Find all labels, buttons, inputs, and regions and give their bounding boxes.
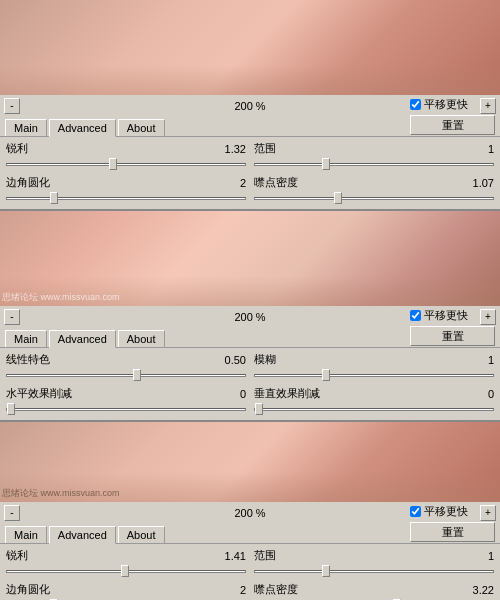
tab-main-1[interactable]: Main <box>5 119 47 136</box>
density-label-3: 噤点密度 <box>254 582 298 597</box>
range-label-1: 范围 <box>254 141 276 156</box>
h-reduce-value-2: 0 <box>240 388 246 400</box>
control-density-1: 噤点密度 1.07 <box>254 175 494 205</box>
smooth-pan-row-3: 平移更快 <box>410 504 495 519</box>
zoom-row-3: - 200 % + 平移更快 重置 <box>0 502 500 524</box>
tab-advanced-3[interactable]: Advanced <box>49 526 116 544</box>
control-sharpen-3: 锐利 1.41 <box>6 548 246 578</box>
control-range-3: 范围 1 <box>254 548 494 578</box>
linear-label-2: 线性特色 <box>6 352 50 367</box>
v-reduce-label-2: 垂直效果削减 <box>254 386 320 401</box>
watermark-2: 思绪论坛 www.missvuan.com <box>2 291 120 304</box>
sharpen-label-1: 锐利 <box>6 141 28 156</box>
controls-grid-1: 锐利 1.32 范围 1 边角圆化 2 <box>0 137 500 209</box>
sharpen-value-3: 1.41 <box>225 550 246 562</box>
section-2: 思绪论坛 www.missvuan.com - 200 % + 平移更快 重置 … <box>0 211 500 422</box>
corner-label-1: 边角圆化 <box>6 175 50 190</box>
tab-advanced-1[interactable]: Advanced <box>49 119 116 137</box>
sharpen-label-3: 锐利 <box>6 548 28 563</box>
smooth-pan-row-1: 平移更快 <box>410 97 495 112</box>
zoom-row-2: - 200 % + 平移更快 重置 <box>0 306 500 328</box>
corner-value-1: 2 <box>240 177 246 189</box>
range-label-3: 范围 <box>254 548 276 563</box>
control-blur-2: 模糊 1 <box>254 352 494 382</box>
panel-right-3: 平移更快 重置 <box>405 502 500 544</box>
control-range-1: 范围 1 <box>254 141 494 171</box>
h-reduce-slider-2[interactable] <box>6 402 246 416</box>
image-preview-2: 思绪论坛 www.missvuan.com <box>0 211 500 306</box>
tab-advanced-2[interactable]: Advanced <box>49 330 116 348</box>
panel-right-1: 平移更快 重置 <box>405 95 500 137</box>
range-value-1: 1 <box>488 143 494 155</box>
tab-about-1[interactable]: About <box>118 119 165 136</box>
control-corner-3: 边角圆化 2 <box>6 582 246 600</box>
control-corner-1: 边角圆化 2 <box>6 175 246 205</box>
corner-value-3: 2 <box>240 584 246 596</box>
reset-btn-2[interactable]: 重置 <box>410 326 495 346</box>
smooth-pan-label-2: 平移更快 <box>424 308 468 323</box>
range-slider-1[interactable] <box>254 157 494 171</box>
image-preview-3: 思绪论坛 www.missvuan.com <box>0 422 500 502</box>
watermark-3: 思绪论坛 www.missvuan.com <box>2 487 120 500</box>
zoom-out-btn-3[interactable]: - <box>4 505 20 521</box>
linear-slider-2[interactable] <box>6 368 246 382</box>
smooth-pan-row-2: 平移更快 <box>410 308 495 323</box>
blur-slider-2[interactable] <box>254 368 494 382</box>
density-value-3: 3.22 <box>473 584 494 596</box>
zoom-out-btn-2[interactable]: - <box>4 309 20 325</box>
image-preview-1 <box>0 0 500 95</box>
sharpen-value-1: 1.32 <box>225 143 246 155</box>
controls-grid-2: 线性特色 0.50 模糊 1 水平效果削减 0 <box>0 348 500 420</box>
reset-btn-1[interactable]: 重置 <box>410 115 495 135</box>
range-slider-3[interactable] <box>254 564 494 578</box>
tab-main-2[interactable]: Main <box>5 330 47 347</box>
tab-about-3[interactable]: About <box>118 526 165 543</box>
density-slider-1[interactable] <box>254 191 494 205</box>
h-reduce-label-2: 水平效果削减 <box>6 386 72 401</box>
control-v-reduce-2: 垂直效果削减 0 <box>254 386 494 416</box>
density-value-1: 1.07 <box>473 177 494 189</box>
section-1: - 200 % + 平移更快 重置 Main Advanced About 锐利… <box>0 0 500 211</box>
zoom-row-1: - 200 % + 平移更快 重置 <box>0 95 500 117</box>
tab-about-2[interactable]: About <box>118 330 165 347</box>
smooth-pan-label-1: 平移更快 <box>424 97 468 112</box>
v-reduce-slider-2[interactable] <box>254 402 494 416</box>
density-label-1: 噤点密度 <box>254 175 298 190</box>
corner-label-3: 边角圆化 <box>6 582 50 597</box>
v-reduce-value-2: 0 <box>488 388 494 400</box>
controls-grid-3: 锐利 1.41 范围 1 边角圆化 2 <box>0 544 500 600</box>
control-h-reduce-2: 水平效果削减 0 <box>6 386 246 416</box>
range-value-3: 1 <box>488 550 494 562</box>
blur-value-2: 1 <box>488 354 494 366</box>
tab-main-3[interactable]: Main <box>5 526 47 543</box>
corner-slider-1[interactable] <box>6 191 246 205</box>
control-density-3: 噤点密度 3.22 <box>254 582 494 600</box>
smooth-pan-checkbox-1[interactable] <box>410 99 421 110</box>
section-3: 思绪论坛 www.missvuan.com - 200 % + 平移更快 重置 … <box>0 422 500 600</box>
reset-btn-3[interactable]: 重置 <box>410 522 495 542</box>
panel-right-2: 平移更快 重置 <box>405 306 500 348</box>
zoom-out-btn-1[interactable]: - <box>4 98 20 114</box>
linear-value-2: 0.50 <box>225 354 246 366</box>
control-sharpen-1: 锐利 1.32 <box>6 141 246 171</box>
smooth-pan-checkbox-2[interactable] <box>410 310 421 321</box>
blur-label-2: 模糊 <box>254 352 276 367</box>
sharpen-slider-1[interactable] <box>6 157 246 171</box>
smooth-pan-label-3: 平移更快 <box>424 504 468 519</box>
smooth-pan-checkbox-3[interactable] <box>410 506 421 517</box>
control-linear-2: 线性特色 0.50 <box>6 352 246 382</box>
sharpen-slider-3[interactable] <box>6 564 246 578</box>
